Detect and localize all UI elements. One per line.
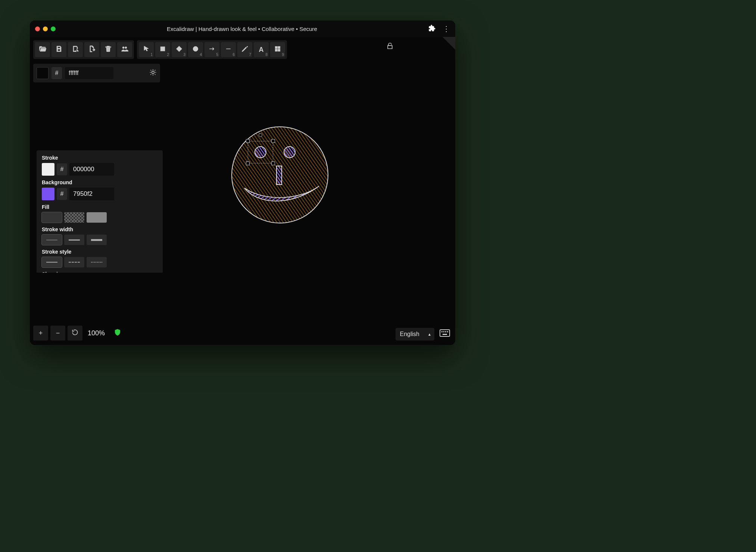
svg-point-1: [122, 47, 124, 48]
stroke-width-thin[interactable]: [42, 235, 62, 245]
tool-diamond[interactable]: 3: [172, 42, 187, 57]
svg-rect-5: [275, 46, 277, 48]
collaborate-button[interactable]: [117, 42, 132, 57]
folder-open-icon: [39, 45, 46, 54]
svg-rect-9: [440, 330, 450, 336]
canvas-color-input[interactable]: [65, 67, 113, 79]
tool-select[interactable]: 1: [139, 42, 154, 57]
hash-label: #: [51, 67, 62, 79]
background-color-input[interactable]: [69, 188, 114, 200]
maximize-window-button[interactable]: [51, 26, 56, 31]
more-vertical-icon[interactable]: ⋮: [443, 24, 450, 33]
svg-rect-14: [443, 334, 447, 335]
trash-icon: [104, 45, 112, 54]
hash-label: #: [57, 188, 67, 200]
stroke-color-input[interactable]: [69, 163, 114, 176]
stroke-style-solid[interactable]: [42, 257, 62, 267]
cursor-icon: [143, 45, 150, 54]
background-section-label: Background: [42, 179, 157, 185]
export-icon: [88, 45, 96, 54]
svg-rect-8: [278, 49, 280, 51]
shape-right-eye[interactable]: [284, 146, 296, 158]
users-icon: [121, 45, 128, 54]
svg-point-4: [193, 46, 198, 51]
minus-icon: −: [56, 329, 60, 337]
resize-handle-top-left[interactable]: [246, 139, 250, 143]
zoom-controls: + − 100%: [33, 326, 121, 341]
titlebar: Excalidraw | Hand-drawn look & feel • Co…: [30, 21, 455, 37]
stroke-width-medium[interactable]: [64, 235, 84, 245]
stroke-color-swatch[interactable]: [42, 163, 54, 176]
window-controls: [35, 26, 56, 31]
open-button[interactable]: [35, 42, 50, 57]
zoom-out-button[interactable]: −: [50, 326, 65, 341]
encryption-shield-icon[interactable]: [114, 329, 121, 338]
reset-icon: [71, 329, 79, 338]
hash-label: #: [57, 163, 67, 175]
close-window-button[interactable]: [35, 26, 40, 31]
app-window: Excalidraw | Hand-drawn look & feel • Co…: [30, 21, 455, 345]
background-color-swatch[interactable]: [42, 188, 54, 200]
save-as-button[interactable]: [68, 42, 83, 57]
fill-option-crosshatch[interactable]: [64, 212, 84, 223]
tool-freedraw[interactable]: 7: [237, 42, 252, 57]
language-select[interactable]: English: [396, 328, 434, 341]
export-button[interactable]: [84, 42, 99, 57]
minimize-window-button[interactable]: [43, 26, 48, 31]
stroke-style-section-label: Stroke style: [42, 249, 157, 255]
svg-rect-3: [160, 47, 165, 51]
canvas-color-swatch[interactable]: [37, 67, 49, 79]
gear-icon[interactable]: [149, 69, 157, 78]
zoom-reset-button[interactable]: [68, 326, 82, 341]
svg-rect-12: [445, 331, 446, 332]
properties-panel: Stroke # Background # Fill: [37, 150, 163, 273]
save-button[interactable]: [51, 42, 66, 57]
extensions-icon[interactable]: [428, 25, 436, 33]
tool-rectangle[interactable]: 2: [155, 42, 170, 57]
svg-rect-13: [447, 331, 448, 332]
zoom-in-button[interactable]: +: [33, 326, 48, 341]
fill-section-label: Fill: [42, 204, 157, 210]
file-toolbar: [33, 40, 134, 59]
stroke-width-section-label: Stroke width: [42, 226, 157, 232]
resize-handle-bottom-right[interactable]: [271, 161, 275, 165]
tool-library[interactable]: 9: [270, 42, 285, 57]
svg-rect-11: [443, 331, 444, 332]
tool-text[interactable]: A8: [254, 42, 269, 57]
content-area: 1 2 3 4 5 6 7 A8 9 #: [30, 37, 455, 345]
resize-handle-top-right[interactable]: [271, 139, 275, 143]
rotate-handle[interactable]: [259, 133, 262, 137]
window-title: Excalidraw | Hand-drawn look & feel • Co…: [56, 26, 428, 32]
stroke-section-label: Stroke: [42, 155, 157, 161]
lock-tool-button[interactable]: [386, 42, 394, 51]
clear-canvas-button[interactable]: [101, 42, 116, 57]
zoom-level[interactable]: 100%: [85, 329, 108, 337]
plus-icon: +: [39, 329, 43, 337]
tool-ellipse[interactable]: 4: [188, 42, 203, 57]
resize-handle-bottom-left[interactable]: [246, 161, 250, 165]
svg-point-2: [125, 47, 127, 48]
fill-option-hachure[interactable]: [42, 212, 62, 223]
tool-line[interactable]: 6: [221, 42, 236, 57]
selection-box[interactable]: [248, 141, 273, 163]
sloppiness-section-label: Sloppiness: [42, 271, 157, 273]
arrow-right-icon: [208, 45, 216, 54]
diamond-icon: [175, 45, 183, 54]
fill-option-solid[interactable]: [87, 212, 107, 223]
minus-icon: [225, 45, 232, 54]
svg-rect-7: [275, 49, 277, 51]
stroke-style-dashed[interactable]: [64, 257, 84, 267]
stroke-style-dotted[interactable]: [87, 257, 107, 267]
save-as-icon: [72, 45, 79, 54]
square-icon: [159, 45, 166, 54]
canvas-color-panel: #: [33, 64, 160, 82]
save-icon: [55, 45, 63, 54]
svg-rect-10: [441, 331, 443, 332]
circle-icon: [192, 45, 199, 54]
svg-rect-6: [278, 46, 280, 48]
stroke-width-thick[interactable]: [87, 235, 107, 245]
text-icon: A: [259, 46, 264, 54]
tool-arrow[interactable]: 5: [204, 42, 219, 57]
shape-mouth[interactable]: [243, 182, 321, 208]
keyboard-icon[interactable]: [440, 329, 450, 339]
